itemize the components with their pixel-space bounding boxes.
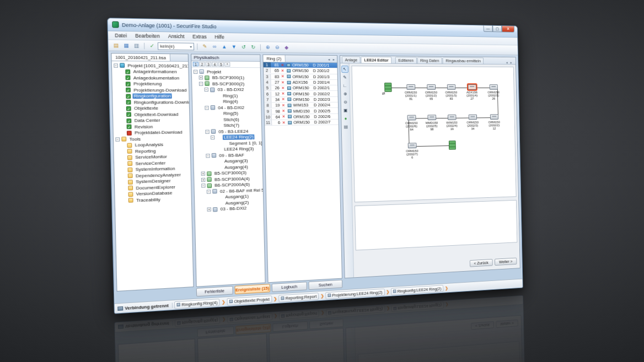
task-button-reporting-report[interactable]: Reporting:Report xyxy=(278,293,319,302)
pager-button-5[interactable]: 5 xyxy=(218,62,224,66)
tab-lee24-editor[interactable]: LEE24 Editor xyxy=(361,57,392,63)
collapse-icon[interactable]: − xyxy=(205,129,209,133)
delete-icon[interactable]: ✕ xyxy=(280,103,286,107)
collapse-icon[interactable]: − xyxy=(205,106,208,110)
wizard-back-button[interactable]: < Zurück xyxy=(469,259,492,267)
device-node[interactable]: ORM150(2001/2)65 xyxy=(420,84,442,100)
table-row[interactable]: 734✕ORM150D 2002/3 xyxy=(264,97,338,103)
collapse-icon[interactable]: − xyxy=(205,88,208,91)
expand-icon[interactable]: + xyxy=(201,178,206,182)
device-node[interactable]: ORM150(2002/7)6 xyxy=(401,143,423,159)
delete-icon[interactable]: ✕ xyxy=(281,120,287,125)
lee24-module-node[interactable] xyxy=(377,83,400,92)
toolbar-combo[interactable]: kein(e)▾ xyxy=(158,42,194,50)
info-button[interactable]: ◆ xyxy=(282,44,291,51)
zoom-in-icon[interactable]: ⊕ xyxy=(342,90,349,98)
delete-icon[interactable]: ✕ xyxy=(280,91,286,96)
task-button-ringkonfig-lee24-ring-2[interactable]: Ringkonfig:LEE24 Ring(2) xyxy=(391,285,443,295)
device-node[interactable]: WIM153(2002/4)19 xyxy=(441,115,463,131)
save-project-button[interactable]: ▦ xyxy=(122,41,131,50)
project-item-anlagedokumentation[interactable]: ✓Anlagedokumentation xyxy=(112,75,189,81)
upload-button[interactable]: ▲ xyxy=(220,42,229,51)
delete-icon[interactable]: ✕ xyxy=(280,80,286,84)
collapse-icon[interactable]: − xyxy=(207,190,211,193)
menu-ansicht[interactable]: Ansicht xyxy=(164,33,188,40)
lee24-module-node[interactable] xyxy=(441,141,463,150)
collapse-icon[interactable]: − xyxy=(114,63,118,67)
physical-item-projekt[interactable]: −⌂Projekt xyxy=(192,69,260,75)
pager-button-2[interactable]: 2 xyxy=(199,62,205,66)
pager-button-[interactable]: * xyxy=(224,62,230,67)
tab-anlage[interactable]: Anlage xyxy=(342,56,361,63)
expand-icon[interactable]: + xyxy=(201,172,206,176)
ereignisliste-15-button[interactable]: Ereignisliste (15) xyxy=(234,284,270,294)
project-item-projektierungs-download[interactable]: ✓Projektierungs-Download xyxy=(112,87,189,93)
project-item-ringkonfiguration[interactable]: ✓Ringkonfiguration xyxy=(112,93,189,99)
menu-datei[interactable]: Datei xyxy=(111,32,130,39)
device-node[interactable]: ORM150(2002/2)12 xyxy=(483,114,505,130)
expand-icon[interactable]: + xyxy=(207,208,211,212)
draw-connection-icon[interactable]: ∟ xyxy=(341,82,348,89)
pager-button-3[interactable]: 3 xyxy=(206,62,212,66)
delete-icon[interactable]: ✕ xyxy=(280,68,286,73)
device-node[interactable]: ORM150(2002/3)34 xyxy=(461,115,484,131)
validate-button[interactable]: ✓ xyxy=(147,42,157,50)
select-cursor-icon[interactable]: ↖ xyxy=(341,66,348,73)
ring-tab[interactable]: Ring (2) xyxy=(263,55,285,62)
device-node[interactable]: ORM150(2002/1)26 xyxy=(482,84,504,100)
device-node[interactable]: ORM150(2001/3)83 xyxy=(440,84,462,100)
collapse-icon[interactable]: − xyxy=(115,137,120,142)
project-item-projektierung[interactable]: ✓Projektierung xyxy=(112,81,189,87)
tab-scroll-left-icon[interactable]: ◂ xyxy=(505,61,509,64)
delete-icon[interactable]: ✕ xyxy=(280,63,286,67)
device-node[interactable]: ORM150(2002/6)64 xyxy=(400,115,423,132)
delete-icon[interactable]: ✕ xyxy=(280,98,286,102)
zoom-out-icon[interactable]: ⊖ xyxy=(342,99,349,106)
table-row[interactable]: 116✕ORM150D 2002/7 xyxy=(265,120,339,126)
delete-icon[interactable]: ✕ xyxy=(281,109,287,113)
physical-item-b5-scp3000-2[interactable]: −B5-SCP3000(2) xyxy=(192,80,260,87)
zoom-fit-icon[interactable]: ▣ xyxy=(342,107,349,114)
wizard-next-button[interactable]: Weiter > xyxy=(495,258,517,266)
menu-bearbeiten[interactable]: Bearbeiten xyxy=(132,32,164,39)
task-button-ringkonfig-ring-4[interactable]: Ringkonfig:Ring(4) xyxy=(174,299,219,309)
delete-icon[interactable]: ✕ xyxy=(280,86,286,90)
collapse-icon[interactable]: − xyxy=(211,136,214,139)
diagram-canvas[interactable]: ORM150(2001/1)81ORM150(2001/2)65ORM150(2… xyxy=(351,66,516,202)
project-item-objekttext-download[interactable]: ✓Objekttext-Download xyxy=(113,111,189,118)
close-button[interactable]: ✕ xyxy=(502,26,514,33)
tab-ringausbau-ermitteln[interactable]: Ringausbau ermitteln xyxy=(443,57,484,64)
physical-item-ring-1[interactable]: Ring(1) xyxy=(192,93,261,99)
maximize-button[interactable]: ▢ xyxy=(492,26,502,33)
edit-button[interactable]: ✎ xyxy=(200,42,209,51)
pager-button-4[interactable]: 4 xyxy=(212,62,218,66)
pager-button-1[interactable]: 1 xyxy=(192,62,198,66)
fehlerliste-button[interactable]: Fehlerliste xyxy=(196,286,233,296)
zoom-out-button[interactable]: ⊖ xyxy=(273,44,281,51)
device-node[interactable]: ADX156(2001/4)27 xyxy=(461,84,483,100)
refresh-button[interactable]: ↻ xyxy=(249,43,257,51)
sync-button[interactable]: ↺ xyxy=(239,43,248,51)
export-icon[interactable]: ▤ xyxy=(342,123,350,131)
collapse-icon[interactable]: − xyxy=(206,154,210,158)
print-button[interactable]: ▥ xyxy=(132,41,141,50)
project-item-projekt-1001-20160421-211-bsa[interactable]: −Projekt [1001_20160421_211.bsa] xyxy=(112,62,189,69)
collapse-icon[interactable]: − xyxy=(194,69,198,73)
menu-hilfe[interactable]: Hilfe xyxy=(211,34,228,41)
task-button-projektierung-lee24-ring-2[interactable]: Projektierung:LEE24 Ring(2) xyxy=(325,288,384,299)
table-row[interactable]: 265✕ORM150D 2001/2 xyxy=(264,68,337,74)
tab-ring-daten[interactable]: Ring Daten xyxy=(417,57,442,63)
collapse-icon[interactable]: − xyxy=(199,82,203,85)
open-project-button[interactable]: ▤ xyxy=(111,41,121,50)
edit-label-icon[interactable]: ✎ xyxy=(341,74,348,81)
physical-item-04-b5-dxi2[interactable]: −04 - B5-DXI2 xyxy=(192,105,261,111)
physical-item-b5-scp3000-1[interactable]: +B5-SCP3000(1) xyxy=(192,75,260,81)
logbuch-button[interactable]: Logbuch xyxy=(272,282,307,292)
table-row[interactable]: 612✕ORM150D 2002/2 xyxy=(264,91,338,97)
table-row[interactable]: 427✕ADX156D 2001/4 xyxy=(264,80,337,86)
link-button[interactable]: ∞ xyxy=(210,42,219,51)
physical-item-03-b5-dxi2[interactable]: −03 - B5-DXI2 xyxy=(192,87,260,93)
project-file-tab[interactable]: 1001_20160421_211.bsa xyxy=(111,53,170,61)
expand-icon[interactable]: + xyxy=(199,75,203,79)
tab-scroll-right-icon[interactable]: ▸ xyxy=(331,57,336,61)
